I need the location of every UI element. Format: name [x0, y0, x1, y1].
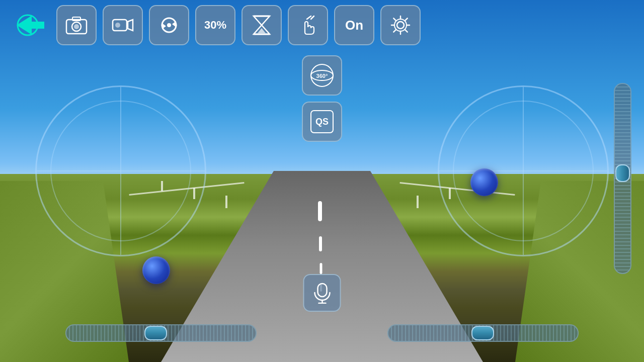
right-slider-track [388, 325, 578, 341]
vertical-slider[interactable] [614, 83, 631, 274]
svg-rect-24 [317, 284, 327, 297]
rotate-button[interactable] [149, 5, 189, 45]
svg-point-18 [397, 22, 404, 29]
svg-text:360°: 360° [316, 73, 328, 79]
svg-line-16 [307, 16, 311, 19]
left-slider[interactable] [65, 324, 257, 342]
svg-line-17 [311, 16, 314, 19]
qs-icon: QS [309, 109, 335, 135]
on-button[interactable]: On [334, 5, 374, 45]
left-slider-track [66, 325, 256, 341]
back-button[interactable] [5, 9, 50, 42]
video-button[interactable] [103, 5, 143, 45]
toolbar: 30% On [5, 5, 639, 45]
btn-360[interactable]: 360° [302, 55, 342, 96]
svg-point-8 [115, 23, 120, 28]
video-icon [112, 16, 134, 35]
v-slider-thumb[interactable] [615, 164, 630, 182]
on-label: On [345, 18, 363, 33]
settings-button[interactable] [380, 5, 421, 45]
back-icon [7, 12, 49, 39]
right-joystick-ring-inner [453, 101, 594, 241]
left-joystick-ball[interactable] [142, 256, 170, 284]
right-slider[interactable] [387, 324, 579, 342]
zoom-label: 30% [204, 19, 226, 32]
svg-point-19 [394, 19, 407, 31]
right-slider-thumb[interactable] [471, 326, 494, 340]
zoom-button[interactable]: 30% [195, 5, 235, 45]
svg-point-4 [74, 24, 79, 29]
rotate-icon [158, 14, 180, 36]
touch-icon [297, 14, 319, 36]
camera-icon [65, 16, 88, 35]
left-joystick-ring-inner [50, 101, 191, 241]
right-joystick-ball[interactable] [470, 168, 498, 196]
ui-overlay: 30% On [0, 0, 644, 362]
left-slider-thumb[interactable] [144, 326, 167, 340]
hourglass-icon [252, 14, 272, 36]
mic-button[interactable] [303, 274, 341, 312]
360-icon: 360° [309, 62, 335, 88]
svg-marker-10 [162, 23, 166, 29]
settings-icon [389, 14, 412, 36]
camera-button[interactable] [56, 5, 97, 45]
svg-point-11 [167, 23, 171, 27]
svg-text:QS: QS [315, 117, 329, 127]
svg-marker-7 [128, 20, 133, 31]
mic-icon [312, 283, 332, 304]
touch-button[interactable] [288, 5, 328, 45]
center-controls: 360° QS [302, 55, 342, 142]
btn-qs[interactable]: QS [302, 102, 342, 142]
hourglass-button[interactable] [242, 5, 282, 45]
